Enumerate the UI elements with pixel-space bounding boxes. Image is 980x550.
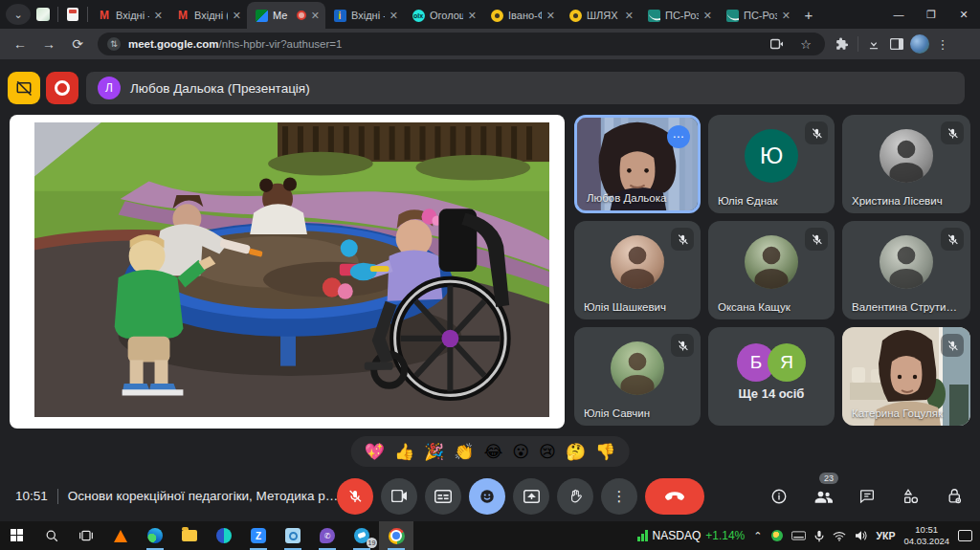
back-button[interactable]: ← [8, 32, 33, 56]
participant-tile-video[interactable]: Катерина Гоцуляк [842, 327, 970, 426]
forward-button[interactable]: → [36, 32, 61, 56]
meeting-details-button[interactable] [768, 485, 791, 508]
stock-widget[interactable]: NASDAQ +1.14% [637, 529, 746, 542]
volume-tray-icon[interactable] [855, 530, 868, 541]
extensions-icon[interactable] [833, 34, 852, 54]
tab-shlyah[interactable]: ШЛЯХ / ✕ [561, 2, 639, 29]
presentation-slide[interactable] [10, 115, 565, 429]
presenter-banner[interactable]: Л Любов Дальока (Презентація) [86, 72, 965, 104]
edge-icon[interactable] [138, 521, 172, 550]
bookmark-star-icon[interactable]: ☆ [796, 34, 815, 54]
vlc-icon[interactable] [103, 521, 138, 550]
tab-ps-2[interactable]: ПС-Роз ✕ [718, 2, 796, 29]
camera-button[interactable] [381, 478, 417, 515]
taskbar-clock[interactable]: 10:51 04.03.2024 [903, 524, 949, 547]
action-center-icon[interactable] [958, 530, 972, 541]
reaction-thinking-button[interactable]: 🤔 [566, 442, 586, 461]
site-info-icon[interactable]: ⇅ [107, 37, 121, 51]
zoom-app-icon[interactable]: Z [241, 521, 276, 550]
network-tray-icon[interactable] [833, 531, 846, 541]
host-controls-button[interactable] [944, 485, 967, 508]
chat-panel-button[interactable] [856, 485, 879, 508]
tab-label: Оголош [430, 10, 463, 21]
tab-close-icon[interactable]: ✕ [782, 10, 791, 22]
task-view-button[interactable] [69, 521, 103, 550]
language-indicator[interactable]: УКР [877, 530, 896, 541]
participant-tile-video[interactable]: ⋯ Любов Дальока [574, 115, 701, 213]
recording-indicator-button[interactable] [46, 72, 78, 104]
tab-meet-active[interactable]: Me ✕ [247, 2, 325, 29]
chrome-icon[interactable] [379, 521, 413, 550]
messenger-icon[interactable]: 19 [345, 521, 379, 550]
tab-close-icon[interactable]: ✕ [468, 10, 477, 22]
tab-search-chevron-icon[interactable]: ⌄ [6, 4, 31, 25]
captions-button[interactable] [425, 478, 461, 515]
reactions-toggle-button[interactable] [469, 478, 505, 515]
new-tab-button[interactable]: + [796, 3, 821, 26]
windows-taskbar: Z ✆ 19 NASDAQ +1.14% ⌃ УКР 10:51 04.03.2… [0, 521, 980, 550]
participant-tile[interactable]: Оксана Кащук [708, 221, 835, 319]
end-call-button[interactable] [645, 478, 704, 515]
reload-button[interactable]: ⟳ [65, 32, 90, 56]
pinned-tab-1[interactable] [31, 2, 56, 27]
webex-icon[interactable] [207, 521, 241, 550]
taskbar-search-button[interactable] [34, 521, 69, 550]
raise-hand-button[interactable] [557, 478, 593, 515]
antivirus-tray-icon[interactable] [771, 530, 783, 541]
restore-button[interactable]: ❐ [915, 0, 947, 29]
participant-tile[interactable]: Христина Лісевич [842, 115, 970, 213]
overflow-participants-tile[interactable]: Б Я Ще 14 осіб [708, 327, 835, 426]
start-button[interactable] [0, 521, 34, 550]
mic-mute-button[interactable] [337, 478, 373, 515]
reaction-laugh-button[interactable]: 😂 [484, 442, 503, 461]
browser-menu-icon[interactable]: ⋮ [933, 34, 952, 54]
reaction-party-button[interactable]: 🎉 [424, 442, 444, 461]
address-bar[interactable]: ⇅ meet.google.com/nhs-hpbr-vir?authuser=… [98, 33, 825, 55]
reaction-heart-button[interactable]: 💖 [365, 442, 385, 461]
participant-tile[interactable]: Ю Юлія Єднак [708, 115, 835, 213]
pinned-tab-2[interactable] [60, 2, 85, 27]
media-control-icon[interactable] [768, 34, 787, 54]
clock-time: 10:51 [15, 489, 48, 503]
profile-avatar[interactable] [910, 34, 929, 54]
reaction-surprised-button[interactable]: 😮 [512, 442, 529, 461]
tab-close-icon[interactable]: ✕ [154, 10, 163, 22]
meeting-panels: 23 [768, 485, 967, 508]
reaction-cry-button[interactable]: 😢 [539, 442, 556, 461]
present-screen-button[interactable] [513, 478, 549, 515]
tab-ivano[interactable]: Івано-Ф ✕ [482, 2, 561, 29]
tab-gmail-1[interactable]: M Вхідні - ✕ [90, 2, 168, 29]
viber-icon[interactable]: ✆ [310, 521, 345, 550]
participant-tile[interactable]: Юлія Савчин [574, 327, 701, 426]
tab-close-icon[interactable]: ✕ [390, 10, 398, 22]
activities-button[interactable] [900, 485, 923, 508]
tab-close-icon[interactable]: ✕ [311, 10, 320, 22]
tile-options-button[interactable]: ⋯ [667, 125, 690, 148]
blue-app-icon[interactable] [276, 521, 310, 550]
tab-close-icon[interactable]: ✕ [625, 10, 634, 22]
side-panel-icon[interactable] [887, 34, 906, 54]
tab-close-icon[interactable]: ✕ [233, 10, 241, 22]
file-explorer-icon[interactable] [172, 521, 207, 550]
downloads-icon[interactable] [864, 34, 883, 54]
reaction-clap-button[interactable]: 👏 [454, 442, 474, 461]
tab-close-icon[interactable]: ✕ [703, 10, 712, 22]
reaction-thumbs-down-button[interactable]: 👎 [595, 442, 615, 461]
reaction-thumbs-up-button[interactable]: 👍 [394, 442, 414, 461]
tab-olx[interactable]: olx Оголош ✕ [404, 2, 482, 29]
participant-tile[interactable]: Юлія Шашкевич [574, 221, 701, 319]
keyboard-tray-icon[interactable] [791, 531, 806, 540]
participant-tile[interactable]: Валентина Струти… [842, 221, 970, 319]
close-button[interactable]: ✕ [947, 0, 980, 29]
minimize-button[interactable]: — [882, 0, 915, 29]
presentation-hidden-warning-button[interactable] [8, 72, 40, 104]
tray-expand-chevron-icon[interactable]: ⌃ [753, 530, 762, 542]
more-options-button[interactable]: ⋮ [601, 478, 637, 515]
participants-panel-button[interactable]: 23 [812, 485, 835, 508]
microphone-tray-icon[interactable] [814, 530, 824, 542]
tab-gmail-2[interactable]: M Вхідні ( ✕ [168, 2, 247, 29]
meet-control-bar: 10:51 Основи корекційної педагогіки, Мет… [0, 471, 980, 521]
tab-close-icon[interactable]: ✕ [546, 10, 555, 22]
tab-ps-1[interactable]: ПС-Роз ✕ [639, 2, 718, 29]
tab-inbox-iua[interactable]: i Вхідні - ✕ [325, 2, 404, 29]
